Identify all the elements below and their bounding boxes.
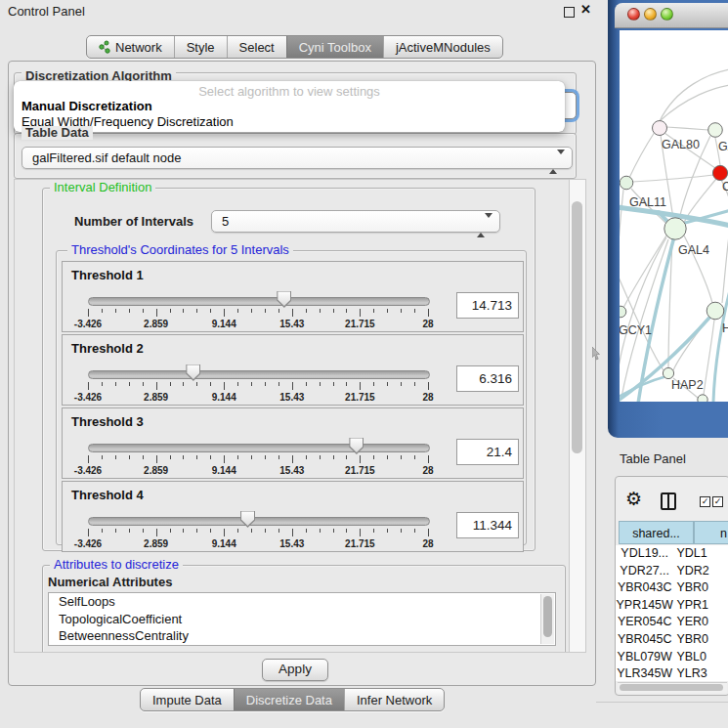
tab-select[interactable]: Select — [227, 36, 286, 58]
slider-tick — [102, 309, 103, 313]
dropdown-option-equal-width[interactable]: Equal Width/Frequency Discretization — [14, 114, 565, 130]
tab-impute-data[interactable]: Impute Data — [141, 689, 234, 710]
slider-tick — [196, 455, 197, 459]
settings-scrollbar-thumb[interactable] — [572, 201, 582, 453]
tab-discretize-data[interactable]: Discretize Data — [234, 689, 344, 710]
tab-style-label: Style — [187, 37, 215, 58]
tab-cyni-toolbox[interactable]: Cyni Toolbox — [286, 36, 383, 58]
threshold-1-panel: Threshold 1-3.4262.8599.14415.4321.71528… — [62, 261, 524, 332]
checkbox-icon[interactable]: ✓ — [700, 496, 710, 507]
table-hscrollbar[interactable] — [618, 682, 727, 693]
attribute-list-item[interactable]: SelfLoops — [49, 593, 555, 611]
apply-button[interactable]: Apply — [262, 659, 328, 681]
slider-track[interactable] — [88, 297, 430, 306]
numerical-attributes-list[interactable]: SelfLoopsTopologicalCoefficientBetweenne… — [48, 592, 556, 646]
network-node — [620, 176, 633, 190]
slider-tick — [129, 455, 130, 459]
table-cell-name: YDR2 — [673, 563, 728, 580]
slider-tick — [346, 529, 347, 533]
number-of-intervals-label: Number of Intervals — [74, 214, 193, 229]
float-window-icon[interactable] — [564, 7, 575, 18]
network-edge — [621, 239, 668, 398]
slider-tick — [183, 529, 184, 533]
slider-tick-label: 9.144 — [212, 538, 236, 549]
slider-tick — [143, 455, 144, 459]
slider-tick — [210, 529, 211, 533]
slider-tick — [129, 529, 130, 533]
slider-tick — [224, 382, 225, 390]
table-hscrollbar-thumb[interactable] — [620, 684, 723, 691]
slider-tick — [143, 309, 144, 313]
threshold-value-field[interactable]: 21.4 — [456, 439, 519, 465]
network-node-label: GAL11 — [629, 195, 666, 209]
network-node-label: C — [722, 180, 728, 193]
slider-tick-label: 15.43 — [279, 392, 304, 403]
checkbox-icon[interactable]: ✓ — [712, 496, 723, 507]
dropdown-placeholder-item[interactable]: Select algorithm to view settings — [14, 81, 565, 99]
column-header-name[interactable]: n — [694, 521, 728, 544]
slider-tick — [143, 529, 144, 533]
slider-tick-label: -3.426 — [74, 465, 102, 476]
threshold-value-field[interactable]: 14.713 — [456, 292, 519, 319]
slider-tick — [196, 529, 197, 533]
slider-track[interactable] — [88, 444, 430, 452]
table-cell-shared-name: YBR045C — [616, 631, 673, 649]
attributes-scrollbar[interactable] — [540, 594, 554, 644]
number-of-intervals-combobox[interactable]: 5 — [211, 210, 500, 233]
tab-jactivemnodules-label: jActiveMNodules — [396, 37, 491, 58]
table-cell-shared-name: YBR043C — [616, 579, 673, 597]
table-row[interactable]: YLR345WYLR3 — [616, 665, 728, 681]
network-canvas[interactable]: GAL80GACGAL11GAL4GCY1HHAP2 — [620, 30, 728, 402]
threshold-label: Threshold 2 — [71, 341, 144, 356]
slider-tick — [414, 529, 415, 533]
tab-jactivemnodules[interactable]: jActiveMNodules — [383, 36, 502, 58]
columns-icon[interactable] — [661, 492, 676, 510]
attribute-list-item[interactable]: BetweennessCentrality — [49, 627, 555, 645]
slider-tick — [373, 382, 374, 386]
tab-network[interactable]: Network — [87, 36, 174, 58]
settings-scrollbar[interactable] — [569, 180, 585, 652]
slider-tick — [278, 382, 279, 386]
tab-style[interactable]: Style — [174, 36, 227, 58]
slider-tick — [265, 455, 266, 459]
slider-track[interactable] — [88, 370, 430, 379]
bottom-tab-bar: Impute Data Discretize Data Infer Networ… — [140, 688, 445, 711]
zoom-traffic-light-icon[interactable] — [661, 8, 673, 21]
network-node — [663, 367, 673, 378]
close-traffic-light-icon[interactable] — [627, 8, 640, 21]
table-row[interactable]: YDR27...YDR2 — [616, 563, 728, 580]
slider-tick — [428, 382, 429, 390]
table-row[interactable]: YPR145WYPR1 — [616, 597, 728, 615]
tab-infer-network[interactable]: Infer Network — [344, 689, 444, 710]
table-cell-shared-name: YDL19... — [616, 545, 673, 563]
attribute-list-item[interactable]: TopologicalCoefficient — [49, 611, 555, 628]
network-window-titlebar[interactable] — [615, 3, 728, 28]
slider-tick-label: 28 — [422, 538, 433, 549]
network-edge — [722, 229, 728, 303]
slider-tick — [346, 455, 347, 459]
threshold-value-field[interactable]: 11.344 — [456, 512, 519, 538]
gear-icon[interactable]: ⚙ — [625, 488, 642, 510]
slider-tick-label: -3.426 — [74, 538, 102, 549]
minimize-traffic-light-icon[interactable] — [644, 8, 657, 21]
slider-tick-label: 2.859 — [144, 465, 168, 476]
slider-tick — [387, 529, 388, 533]
table-row[interactable]: YER054CYER0 — [616, 614, 728, 631]
dropdown-option-manual[interactable]: Manual Discretization — [14, 99, 565, 114]
slider-tick — [401, 382, 402, 386]
threshold-value-field[interactable]: 6.316 — [456, 365, 519, 392]
table-data-combobox[interactable]: galFiltered.sif default node — [21, 147, 573, 169]
table-row[interactable]: YBL079WYBL0 — [616, 649, 728, 666]
combo-stepper-icon[interactable] — [549, 151, 565, 172]
combo-stepper-icon[interactable] — [477, 215, 492, 236]
close-panel-icon[interactable]: ✕ — [580, 2, 591, 17]
node-table-body[interactable]: YDL19...YDL1YDR27...YDR2YBR043CYBR0YPR14… — [616, 545, 728, 681]
table-row[interactable]: YBR043CYBR0 — [616, 579, 728, 597]
slider-tick-label: 15.43 — [279, 538, 304, 549]
tab-cyni-toolbox-label: Cyni Toolbox — [299, 37, 371, 58]
table-row[interactable]: YDL19...YDL1 — [616, 545, 728, 563]
attributes-scrollbar-thumb[interactable] — [543, 596, 552, 637]
column-header-shared-name[interactable]: shared... — [619, 521, 694, 544]
table-row[interactable]: YBR045CYBR0 — [616, 631, 728, 649]
slider-track[interactable] — [88, 517, 430, 526]
